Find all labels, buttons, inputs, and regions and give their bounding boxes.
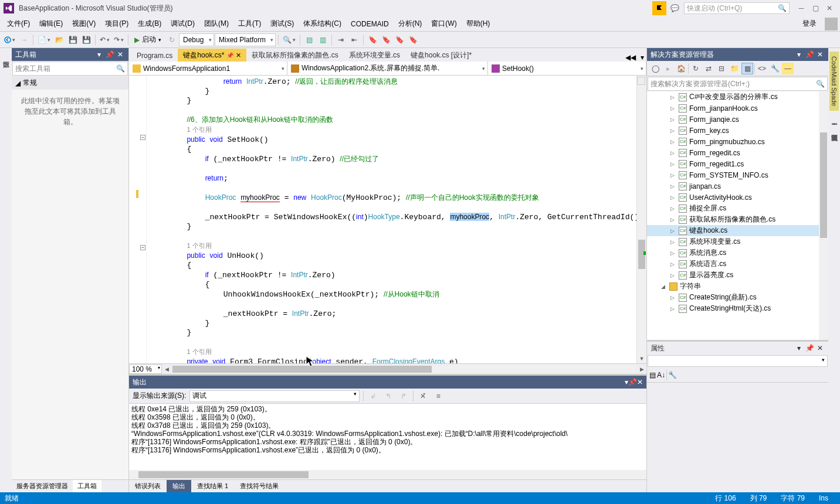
browser-link-button[interactable]: ↻ <box>165 33 178 46</box>
solution-pin-icon[interactable]: 📌 <box>805 50 814 59</box>
doc-tab[interactable]: 键盘hook.cs*📌✕ <box>178 49 246 62</box>
solution-item[interactable]: ▷C#UserActivityHook.cs <box>647 192 828 203</box>
prop-categorized-button[interactable]: ▤ <box>649 371 656 379</box>
sign-in-link[interactable]: 登录 <box>797 17 822 30</box>
hscroll-thumb[interactable] <box>172 366 432 373</box>
expand-icon[interactable]: ▷ <box>670 306 676 312</box>
start-debug-button[interactable]: ▶启动▾ <box>131 35 165 45</box>
notification-flag-icon[interactable] <box>652 1 666 15</box>
bookmark-clear-button[interactable]: 🔖 <box>407 33 419 46</box>
solution-vscroll-thumb[interactable] <box>820 132 827 238</box>
expand-icon[interactable]: ▷ <box>670 183 676 189</box>
expand-icon[interactable]: ▷ <box>670 261 676 267</box>
output-prev-button[interactable]: ↰ <box>382 390 394 402</box>
open-file-button[interactable]: 📂 <box>53 33 66 46</box>
solution-item[interactable]: ▷C#系统环境变量.cs <box>647 236 828 247</box>
menu-edit[interactable]: 编辑(E) <box>35 17 67 30</box>
close-icon[interactable]: ✕ <box>236 52 241 59</box>
nav-back-button[interactable] <box>2 33 17 46</box>
toolbox-close-icon[interactable]: ✕ <box>116 50 125 59</box>
menu-build[interactable]: 生成(B) <box>133 17 166 30</box>
soln-properties-button[interactable]: 🔧 <box>769 63 781 74</box>
output-hscrollbar[interactable] <box>129 470 646 479</box>
output-clear-button[interactable]: ✕̄ <box>417 390 429 402</box>
nav-project-combo[interactable]: WindowsFormsApplication1 <box>129 62 287 75</box>
menu-help[interactable]: 帮助(H) <box>462 17 495 30</box>
indent-button[interactable]: ⇥ <box>334 33 347 46</box>
solution-item[interactable]: ▷C#jianpan.cs <box>647 181 828 192</box>
expand-icon[interactable]: ▷ <box>670 206 676 212</box>
soln-home-button[interactable]: 🏠 <box>675 63 687 74</box>
error-list-tab[interactable]: 错误列表 <box>129 480 167 492</box>
solution-item[interactable]: ▷C#获取鼠标所指像素的颜色.cs <box>647 214 828 225</box>
solution-item[interactable]: ▷C#捕捉全屏.cs <box>647 203 828 214</box>
doc-tab[interactable]: 系统环境变量.cs <box>344 49 405 62</box>
menu-test[interactable]: 测试(S) <box>266 17 299 30</box>
feedback-icon[interactable]: 💬 <box>669 2 680 14</box>
expand-icon[interactable]: ▷ <box>670 94 676 100</box>
output-pin-icon[interactable]: 📌 <box>628 378 637 386</box>
doc-tab[interactable]: Program.cs <box>131 49 178 62</box>
tab-overflow-left-icon[interactable]: ◀◀ <box>623 53 638 62</box>
solution-item[interactable]: ▷C#Form_SYSTEM_INFO.cs <box>647 169 828 181</box>
output-text[interactable]: 线程 0xe14 已退出，返回值为 259 (0x103)。 线程 0x3598… <box>129 404 646 470</box>
editor-hscrollbar[interactable] <box>172 365 636 374</box>
uncomment-button[interactable]: ▥ <box>316 33 329 46</box>
expand-icon[interactable]: ▷ <box>670 117 676 122</box>
memory-usage-tab[interactable]: 内存使用率 <box>829 113 840 122</box>
comment-button[interactable]: ▤ <box>303 33 316 46</box>
expand-icon[interactable]: ▷ <box>670 295 676 301</box>
toolbox-tab[interactable]: 工具箱 <box>73 480 101 492</box>
tab-overflow-menu-icon[interactable]: ▾ <box>638 53 646 62</box>
solution-item[interactable]: ◢字符串 <box>647 281 828 292</box>
solution-item[interactable]: ▷C#Form_jianqie.cs <box>647 114 828 125</box>
undo-button[interactable]: ↶ <box>98 33 111 46</box>
solution-item[interactable]: ▷C#C#中改变显示器的分辨率.cs <box>647 91 828 103</box>
hscroll-right-icon[interactable]: ▶ <box>637 366 646 372</box>
expand-icon[interactable]: ▷ <box>670 273 676 278</box>
menu-architecture[interactable]: 体系结构(C) <box>299 17 346 30</box>
solution-item[interactable]: ▷C#Form_regedit1.cs <box>647 158 828 169</box>
expand-icon[interactable]: ▷ <box>670 228 676 234</box>
toolbox-pin-icon[interactable]: 📌 <box>105 50 114 59</box>
output-source-combo[interactable]: 调试 <box>189 390 360 402</box>
output-find-button[interactable]: ↲ <box>367 390 379 402</box>
solution-item[interactable]: ▷C#CreateStringHtml(天达).cs <box>647 303 828 314</box>
bookmark-next-button[interactable]: 🔖 <box>393 33 406 46</box>
solution-item[interactable]: ▷C#Form_pingmubuzhuo.cs <box>647 136 828 147</box>
menu-analyze[interactable]: 分析(N) <box>394 17 427 30</box>
find-symbol-tab[interactable]: 查找符号结果 <box>234 480 284 492</box>
solution-item[interactable]: ▷C#Form_jianpanHook.cs <box>647 103 828 114</box>
server-explorer-tab[interactable]: 服务器资源管理器 <box>12 480 73 492</box>
solution-close-icon[interactable]: ✕ <box>815 50 825 59</box>
solution-tree[interactable]: ▷C#C#中改变显示器的分辨率.cs▷C#Form_jianpanHook.cs… <box>647 91 828 340</box>
doc-tab[interactable]: 键盘hook.cs [设计]* <box>405 49 477 62</box>
properties-object-combo[interactable] <box>648 355 828 367</box>
expand-icon[interactable]: ◢ <box>661 284 667 290</box>
new-project-button[interactable]: 📄 <box>36 33 52 46</box>
maximize-button[interactable]: ▢ <box>808 1 822 15</box>
menu-debug[interactable]: 调试(D) <box>166 17 199 30</box>
output-wrap-button[interactable]: ≡ <box>432 390 444 402</box>
pin-icon[interactable]: 📌 <box>226 52 233 59</box>
output-hscroll-thumb[interactable] <box>138 471 309 478</box>
quick-launch-input[interactable]: 快速启动 (Ctrl+Q)🔍 <box>684 2 790 14</box>
soln-preview-button[interactable]: ▦ <box>741 63 753 74</box>
soln-forward-button[interactable]: ▸ <box>662 63 674 74</box>
solution-item[interactable]: ▷C#CreateString(鼎新).cs <box>647 292 828 303</box>
soln-back-button[interactable]: ◯ <box>649 63 661 74</box>
expand-icon[interactable]: ▷ <box>670 239 676 245</box>
save-all-button[interactable]: 💾 <box>80 33 93 46</box>
prop-pages-button[interactable]: 🔧 <box>668 371 677 379</box>
menu-project[interactable]: 项目(P) <box>100 17 133 30</box>
output-next-button[interactable]: ↱ <box>398 390 409 402</box>
properties-grid[interactable] <box>647 383 828 492</box>
output-tab[interactable]: 输出 <box>167 480 191 492</box>
solution-vscrollbar[interactable] <box>819 91 828 340</box>
solution-dropdown-icon[interactable]: ▾ <box>794 50 804 59</box>
expand-icon[interactable]: ▷ <box>670 217 676 223</box>
solution-item[interactable]: ▷C#系统语言.cs <box>647 258 828 270</box>
test-explorer-tab[interactable]: 测试资源管理器 <box>829 125 840 134</box>
code-editor[interactable]: − − return IntPtr.Zero; //返回，让后面的程序处理该消息… <box>129 76 646 363</box>
user-avatar-icon[interactable] <box>825 18 838 30</box>
